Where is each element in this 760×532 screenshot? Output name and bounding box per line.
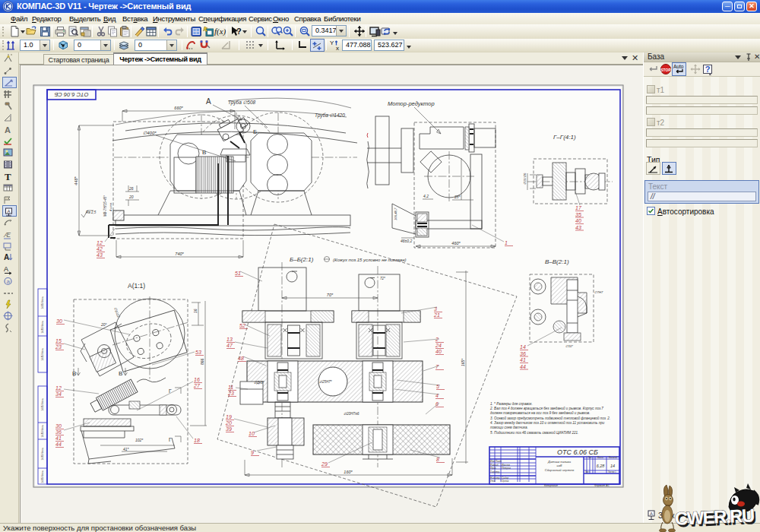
svg-text:T: T xyxy=(5,171,11,182)
svg-text:A: A xyxy=(4,265,8,273)
svg-text:f(x): f(x) xyxy=(214,27,226,36)
svg-text:?: ? xyxy=(236,27,242,36)
svg-text:STOP: STOP xyxy=(660,68,671,72)
svg-text:A: A xyxy=(8,209,11,214)
svg-text:x: x xyxy=(336,45,339,52)
svg-text:a: a xyxy=(7,278,11,285)
svg-text:A: A xyxy=(4,253,9,261)
svg-text:CWER.RU: CWER.RU xyxy=(674,505,754,529)
svg-text:Æ: Æ xyxy=(3,231,11,239)
svg-text:A: A xyxy=(5,125,11,135)
svg-text:Y: Y xyxy=(330,40,334,46)
svg-text:?: ? xyxy=(705,65,711,74)
svg-text:Auto: Auto xyxy=(673,64,684,69)
